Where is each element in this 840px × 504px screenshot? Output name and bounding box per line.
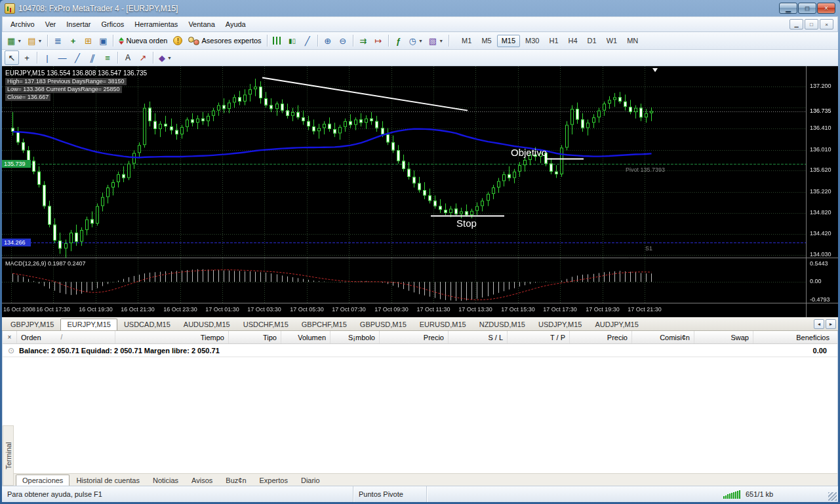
new-order-button[interactable]: Nueva orden bbox=[116, 33, 170, 48]
menu-grficos[interactable]: Grficos bbox=[96, 18, 130, 31]
arrows-tool-button[interactable]: ↗ bbox=[136, 50, 150, 65]
menu-archivo[interactable]: Archivo bbox=[5, 18, 40, 31]
terminal-tab-noticias[interactable]: Noticias bbox=[146, 475, 185, 486]
column-header-s-mbolo[interactable]: S¡mbolo bbox=[330, 331, 380, 343]
zoom-in-icon: ⊕ bbox=[324, 36, 331, 46]
chart-tabs-bar: GBPJPY,M15EURJPY,M15USDCAD,M15AUDUSD,M15… bbox=[2, 317, 838, 331]
mdi-restore-button[interactable]: □ bbox=[805, 19, 818, 29]
timeframe-m5[interactable]: M5 bbox=[477, 35, 496, 47]
crosshair-tool-button[interactable]: + bbox=[20, 50, 34, 65]
timeframe-mn[interactable]: MN bbox=[622, 35, 643, 47]
column-header-precio[interactable]: Precio bbox=[380, 331, 449, 343]
time-axis-label: 16 Oct 21:30 bbox=[117, 306, 159, 313]
timeframe-m30[interactable]: M30 bbox=[521, 35, 544, 47]
menu-ventana[interactable]: Ventana bbox=[183, 18, 220, 31]
objects-icon: ◆ bbox=[159, 53, 165, 63]
time-axis-label: 17 Oct 19:30 bbox=[582, 306, 624, 313]
column-header-s-l[interactable]: S / L bbox=[449, 331, 508, 343]
menu-ayuda[interactable]: Ayuda bbox=[220, 18, 251, 31]
market-watch-button[interactable]: ≣ bbox=[50, 33, 65, 48]
price-chart-canvas[interactable] bbox=[2, 66, 838, 317]
terminal-tab-buz-n[interactable]: Buz¢n bbox=[219, 475, 252, 486]
objects-button[interactable]: ◆▼ bbox=[156, 50, 174, 65]
window-controls: ▁ □ × bbox=[779, 3, 835, 14]
trendline-tool-button[interactable]: ╱ bbox=[70, 50, 85, 65]
chart-tab-usdchf-m15[interactable]: USDCHF,M15 bbox=[237, 319, 295, 330]
column-header-orden[interactable]: Orden/ bbox=[17, 331, 115, 343]
timeframe-d1[interactable]: D1 bbox=[583, 35, 601, 47]
scroll-right-icon[interactable]: ▸ bbox=[826, 319, 836, 329]
column-header-beneficios[interactable]: Beneficios bbox=[753, 331, 837, 343]
annotation-objetivo: Objetivo bbox=[511, 147, 547, 158]
vertical-line-tool-button[interactable]: | bbox=[40, 50, 54, 65]
chart-tab-usdcad-m15[interactable]: USDCAD,M15 bbox=[117, 319, 177, 330]
data-window-button[interactable]: + bbox=[66, 33, 80, 48]
timeframe-m15[interactable]: M15 bbox=[497, 35, 520, 47]
column-header-tiempo[interactable]: Tiempo bbox=[115, 331, 229, 343]
menu-ver[interactable]: Ver bbox=[40, 18, 62, 31]
timeframe-h4[interactable]: H4 bbox=[564, 35, 582, 47]
column-header-swap[interactable]: Swap bbox=[694, 331, 753, 343]
horizontal-line-tool-button[interactable]: — bbox=[55, 50, 70, 65]
zoom-out-button[interactable]: ⊖ bbox=[336, 33, 350, 48]
new-order-label: Nueva orden bbox=[126, 37, 167, 45]
candlestick-chart-button[interactable]: ▮▯ bbox=[285, 33, 300, 48]
toolbar-separator bbox=[37, 52, 37, 64]
menu-insertar[interactable]: Insertar bbox=[61, 18, 96, 31]
terminal-close-button[interactable]: × bbox=[3, 331, 17, 343]
auto-scroll-button[interactable]: ⇉ bbox=[356, 33, 370, 48]
indicators-button[interactable]: ƒ bbox=[391, 33, 406, 48]
column-header-t-p[interactable]: T / P bbox=[508, 331, 570, 343]
zoom-in-button[interactable]: ⊕ bbox=[321, 33, 335, 48]
templates-button[interactable]: ▧▼ bbox=[426, 33, 446, 48]
resize-grip[interactable] bbox=[828, 492, 837, 501]
bar-chart-button[interactable] bbox=[270, 33, 285, 48]
chart-tab-usdjpy-m15[interactable]: USDJPY,M15 bbox=[532, 319, 588, 330]
chart-tab-eurjpy-m15[interactable]: EURJPY,M15 bbox=[60, 319, 117, 330]
chart-tab-nzdusd-m15[interactable]: NZDUSD,M15 bbox=[473, 319, 532, 330]
profiles-button[interactable]: ▤▼ bbox=[25, 33, 45, 48]
new-chart-button[interactable]: ▦▼ bbox=[5, 33, 24, 48]
price-axis-label: 134.420 bbox=[810, 230, 831, 237]
chart-tab-audusd-m15[interactable]: AUDUSD,M15 bbox=[177, 319, 237, 330]
cursor-tool-button[interactable]: ↖ bbox=[5, 50, 19, 65]
close-window-button[interactable]: × bbox=[817, 3, 835, 14]
mdi-close-button[interactable]: × bbox=[820, 19, 833, 29]
chart-tab-gbpchf-m15[interactable]: GBPCHF,M15 bbox=[295, 319, 353, 330]
expert-advisors-button[interactable]: Asesores expertos bbox=[186, 33, 264, 48]
new-chart-icon: ▦ bbox=[7, 36, 15, 46]
restore-window-button[interactable]: □ bbox=[798, 3, 816, 14]
timeframe-m1[interactable]: M1 bbox=[457, 35, 476, 47]
periods-button[interactable]: ◷▼ bbox=[407, 33, 426, 48]
chart-tab-eurusd-m15[interactable]: EURUSD,M15 bbox=[413, 319, 473, 330]
column-header-precio-2[interactable]: Precio bbox=[570, 331, 632, 343]
minimize-window-button[interactable]: ▁ bbox=[779, 3, 797, 14]
metaeditor-button[interactable]: ! bbox=[170, 33, 185, 48]
chart-tab-gbpusd-m15[interactable]: GBPUSD,M15 bbox=[353, 319, 413, 330]
line-chart-button[interactable]: ╱ bbox=[300, 33, 315, 48]
navigator-button[interactable]: ⊞ bbox=[81, 33, 95, 48]
connection-signal-icon bbox=[723, 490, 740, 499]
column-header-comisi-n[interactable]: Comisi¢n bbox=[632, 331, 694, 343]
terminal-header: × Orden/TiempoTipoVolumenS¡mboloPrecioS … bbox=[3, 331, 837, 344]
text-tool-button[interactable]: A bbox=[121, 50, 135, 65]
menu-herramientas[interactable]: Herramientas bbox=[129, 18, 183, 31]
fibonacci-tool-button[interactable]: ≡ bbox=[100, 50, 115, 65]
terminal-tab-avisos[interactable]: Avisos bbox=[185, 475, 219, 486]
mdi-minimize-button[interactable]: ▁ bbox=[790, 19, 803, 29]
chart-tab-audjpy-m15[interactable]: AUDJPY,M15 bbox=[588, 319, 645, 330]
terminal-tab-historial-de-cuentas[interactable]: Historial de cuentas bbox=[70, 475, 146, 486]
chart-shift-button[interactable]: ↦ bbox=[371, 33, 386, 48]
terminal-tab-expertos[interactable]: Expertos bbox=[253, 475, 294, 486]
terminal-tab-operaciones[interactable]: Operaciones bbox=[16, 475, 70, 486]
timeframe-h1[interactable]: H1 bbox=[544, 35, 563, 47]
column-header-tipo[interactable]: Tipo bbox=[229, 331, 281, 343]
terminal-tab-diario[interactable]: Diario bbox=[294, 475, 327, 486]
chart-tab-gbpjpy-m15[interactable]: GBPJPY,M15 bbox=[4, 319, 60, 330]
scroll-left-icon[interactable]: ◂ bbox=[814, 319, 824, 329]
channel-tool-button[interactable]: ∥ bbox=[85, 50, 100, 65]
time-axis-label: 17 Oct 17:30 bbox=[539, 306, 581, 313]
terminal-button[interactable]: ▣ bbox=[96, 33, 110, 48]
timeframe-w1[interactable]: W1 bbox=[602, 35, 622, 47]
column-header-volumen[interactable]: Volumen bbox=[281, 331, 330, 343]
